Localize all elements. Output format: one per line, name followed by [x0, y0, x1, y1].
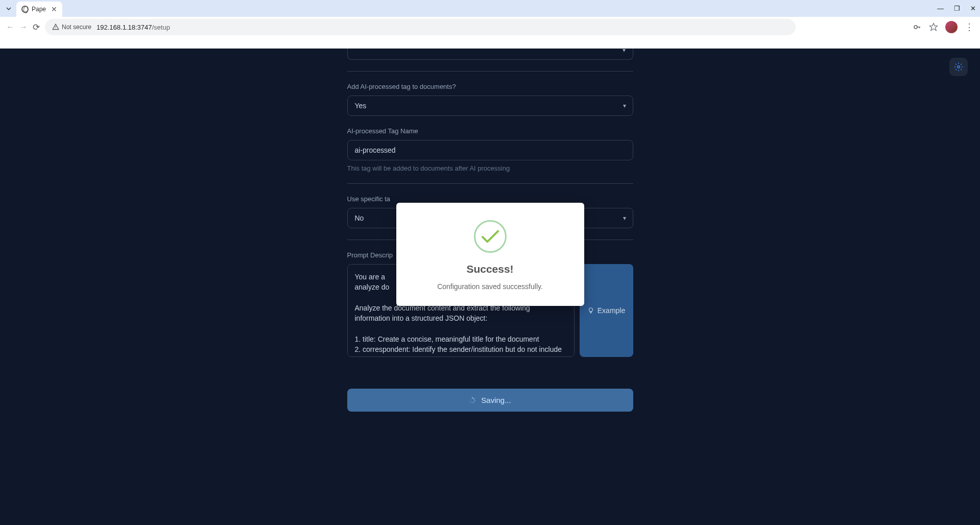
tab-favicon-globe-icon	[21, 6, 29, 13]
spinner-icon	[469, 397, 476, 404]
example-button[interactable]: Example	[580, 264, 633, 357]
field-add-ai-tag: Add AI-processed tag to documents? Yes	[347, 83, 633, 116]
help-text: This tag will be added to documents afte…	[347, 164, 633, 172]
field-tag-name: AI-processed Tag Name This tag will be a…	[347, 127, 633, 172]
browser-toolbar: ← → ⟳ Not secure 192.168.1.18:3747/setup…	[0, 17, 980, 37]
warning-icon	[52, 23, 59, 31]
success-modal: Success! Configuration saved successfull…	[396, 203, 584, 306]
tab-search-dropdown[interactable]	[4, 4, 13, 13]
select-add-ai-tag[interactable]: Yes	[347, 96, 633, 116]
window-close-icon[interactable]: ✕	[970, 5, 976, 12]
nav-back-icon[interactable]: ←	[6, 22, 14, 32]
key-icon[interactable]	[913, 22, 922, 32]
user-avatar[interactable]	[945, 21, 958, 33]
address-bar[interactable]: Not secure 192.168.1.18:3747/setup	[45, 19, 796, 35]
input-tag-name[interactable]	[347, 140, 633, 160]
nav-reload-icon[interactable]: ⟳	[33, 22, 40, 33]
field-label: Add AI-processed tag to documents?	[347, 83, 633, 90]
modal-message: Configuration saved successfully.	[409, 282, 572, 291]
svg-line-13	[471, 398, 471, 399]
save-button[interactable]: Saving...	[347, 389, 633, 412]
modal-title: Success!	[409, 263, 572, 275]
window-minimize-icon[interactable]: —	[937, 5, 944, 12]
svg-line-9	[474, 401, 474, 402]
url-text: 192.168.1.18:3747/setup	[97, 23, 170, 31]
svg-point-2	[914, 26, 917, 29]
svg-point-5	[958, 66, 960, 68]
window-maximize-icon[interactable]: ❐	[954, 5, 960, 12]
tab-title: Pape	[32, 6, 46, 13]
app-body: No Add AI-processed tag to documents? Ye…	[0, 49, 980, 525]
success-check-icon	[474, 220, 507, 253]
settings-button[interactable]	[949, 58, 968, 76]
divider	[347, 71, 633, 71]
svg-point-1	[55, 28, 56, 29]
security-badge[interactable]: Not secure	[52, 23, 91, 31]
browser-tab-strip: Pape ✕ — ❐ ✕	[0, 0, 980, 17]
chrome-menu-icon[interactable]: ⋮	[965, 21, 974, 33]
svg-line-11	[471, 401, 471, 402]
field-label: AI-processed Tag Name	[347, 127, 633, 135]
lightbulb-icon	[587, 307, 594, 314]
nav-forward-icon[interactable]: →	[19, 22, 28, 32]
security-label: Not secure	[62, 23, 91, 31]
bookmarks-bar	[0, 37, 980, 49]
field-label: Use specific ta	[347, 195, 633, 203]
browser-tab[interactable]: Pape ✕	[16, 2, 62, 17]
tab-close-icon[interactable]: ✕	[51, 5, 57, 13]
select-partial[interactable]: No	[347, 49, 633, 60]
divider	[347, 183, 633, 184]
gear-icon	[954, 62, 963, 71]
bookmark-star-icon[interactable]	[929, 22, 938, 32]
svg-line-7	[474, 398, 474, 399]
